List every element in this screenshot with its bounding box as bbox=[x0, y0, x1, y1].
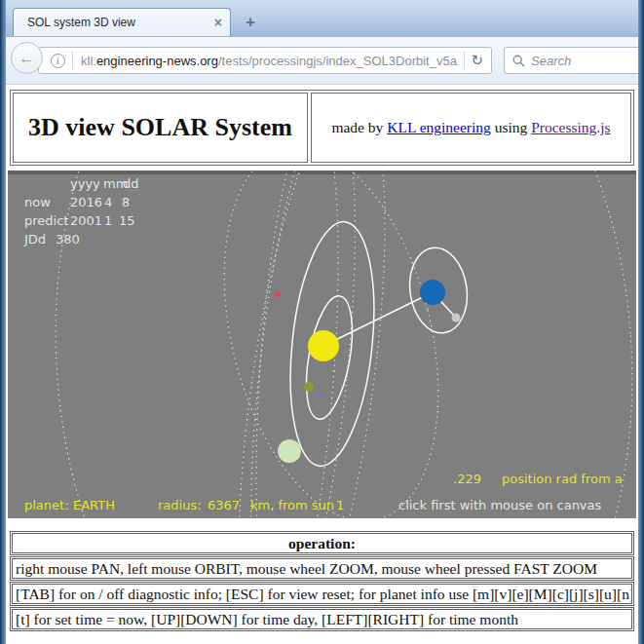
solar-system-canvas[interactable]: yyyy mm dd now 2016 4 8 predict 2001 1 1… bbox=[8, 170, 636, 518]
operation-row-time-text: [t] for set time = now, [UP][DOWN] for t… bbox=[12, 609, 632, 629]
credit-middle: using bbox=[491, 119, 531, 135]
jdd-label: JDd bbox=[24, 232, 46, 246]
violet-dot[interactable] bbox=[318, 394, 322, 398]
predict-month: 1 bbox=[104, 213, 112, 228]
header-title-cell: 3D view SOLAR System bbox=[13, 93, 308, 163]
search-input[interactable] bbox=[531, 54, 628, 68]
position-value: .229 bbox=[453, 472, 481, 486]
tab-close-icon[interactable]: × bbox=[214, 16, 222, 29]
site-info-icon[interactable]: i bbox=[51, 54, 65, 68]
url-bar[interactable]: i kll.engineering-news.org/tests/process… bbox=[38, 47, 492, 74]
tab-strip: SOL system 3D view × + bbox=[0, 0, 644, 36]
credit-prefix: made by bbox=[331, 119, 387, 135]
reload-divider bbox=[464, 52, 465, 69]
credit-line: made by KLL engineering using Processing… bbox=[331, 119, 610, 136]
now-year: 2016 bbox=[70, 195, 102, 209]
header-credit-cell: made by KLL engineering using Processing… bbox=[311, 93, 631, 163]
radius-value: 6367 bbox=[208, 498, 240, 512]
url-divider bbox=[72, 52, 73, 69]
canvas-hint: click first with mouse on canvas bbox=[398, 498, 601, 512]
position-label: position rad from a bbox=[502, 472, 623, 486]
search-icon bbox=[512, 55, 525, 67]
planet-label: planet: bbox=[24, 498, 69, 512]
au-value: 1 bbox=[336, 498, 344, 512]
operation-row-time: [t] for set time = now, [UP][DOWN] for t… bbox=[10, 607, 634, 631]
venus-planet[interactable] bbox=[278, 439, 301, 463]
predict-label: predict bbox=[24, 213, 68, 228]
page-header-table: 3D view SOLAR System made by KLL enginee… bbox=[10, 90, 634, 166]
sun[interactable] bbox=[308, 330, 339, 361]
now-month: 4 bbox=[104, 195, 112, 209]
jdd-value: 380 bbox=[56, 232, 80, 246]
browser-window: SOL system 3D view × + ← i kll.engineeri… bbox=[0, 0, 644, 644]
new-tab-button[interactable]: + bbox=[239, 13, 262, 32]
page-content: 3D view SOLAR System made by KLL enginee… bbox=[6, 86, 638, 644]
navigation-toolbar: ← i kll.engineering-news.org/tests/proce… bbox=[6, 36, 638, 85]
page-title: 3D view SOLAR System bbox=[28, 113, 292, 142]
canvas-top-edge bbox=[8, 170, 636, 174]
window-frame-left bbox=[0, 0, 6, 644]
back-button[interactable]: ← bbox=[11, 42, 43, 74]
url-text[interactable]: kll.engineering-news.org/tests/processin… bbox=[81, 54, 458, 68]
col-header-yyyy: yyyy bbox=[70, 176, 100, 191]
operation-row-keys-text: [TAB] for on / off diagnostic info; [ESC… bbox=[12, 584, 632, 604]
now-label: now bbox=[24, 195, 51, 209]
kll-engineering-link[interactable]: KLL engineering bbox=[387, 119, 491, 135]
operation-row-keys: [TAB] for on / off diagnostic info; [ESC… bbox=[10, 582, 634, 606]
window-frame-right bbox=[638, 0, 644, 644]
url-path: /tests/processingjs/index_SOL3Dorbit_v5a… bbox=[218, 54, 459, 68]
mars-dot[interactable] bbox=[275, 291, 281, 297]
moon[interactable] bbox=[452, 314, 461, 322]
earth-planet[interactable] bbox=[420, 280, 445, 305]
predict-day: 15 bbox=[119, 213, 135, 228]
tab-title: SOL system 3D view bbox=[27, 16, 214, 29]
search-box[interactable] bbox=[504, 47, 642, 74]
operation-row-mouse: right mouse PAN, left mouse ORBIT, mouse… bbox=[10, 556, 634, 581]
reload-icon[interactable]: ↻ bbox=[471, 52, 483, 69]
radius-label: radius: bbox=[158, 498, 202, 512]
url-subdomain: kll. bbox=[81, 54, 96, 68]
processingjs-link[interactable]: Processing.js bbox=[531, 119, 610, 135]
mercury-dot[interactable] bbox=[304, 382, 314, 392]
planet-value: EARTH bbox=[73, 498, 115, 512]
predict-year: 2001 bbox=[70, 213, 102, 228]
operation-row-mouse-text: right mouse PAN, left mouse ORBIT, mouse… bbox=[12, 558, 632, 579]
operation-header-box: operation: bbox=[10, 531, 634, 555]
now-day: 8 bbox=[122, 195, 130, 209]
tab-sol-system[interactable]: SOL system 3D view × bbox=[13, 8, 231, 36]
unit-label: km, from sun bbox=[250, 498, 334, 512]
col-header-dd: dd bbox=[123, 176, 139, 191]
url-domain: engineering-news.org bbox=[96, 54, 218, 68]
operation-header: operation: bbox=[12, 533, 632, 553]
